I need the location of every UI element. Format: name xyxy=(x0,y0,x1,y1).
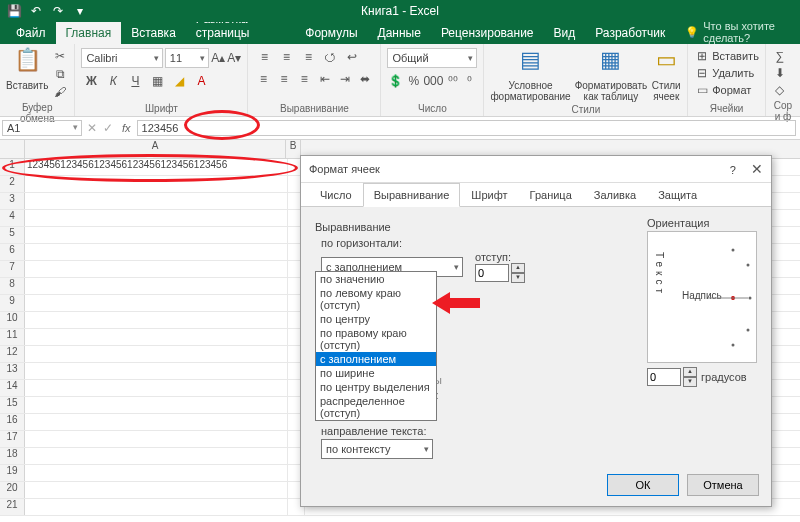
spin-down-icon[interactable]: ▼ xyxy=(683,377,697,387)
close-icon[interactable]: ✕ xyxy=(751,161,763,177)
cell[interactable] xyxy=(25,210,288,226)
cell[interactable] xyxy=(25,176,288,192)
conditional-formatting-button[interactable]: ▤Условное форматирование xyxy=(490,48,570,102)
row-header[interactable]: 2 xyxy=(0,176,25,192)
undo-icon[interactable]: ↶ xyxy=(28,3,44,19)
dlg-tab-font[interactable]: Шрифт xyxy=(460,183,518,207)
cell[interactable] xyxy=(25,346,288,362)
option-left[interactable]: по левому краю (отступ) xyxy=(316,286,436,312)
align-center-icon[interactable]: ≡ xyxy=(275,70,293,88)
row-header[interactable]: 3 xyxy=(0,193,25,209)
tab-developer[interactable]: Разработчик xyxy=(585,22,675,44)
row-header[interactable]: 11 xyxy=(0,329,25,345)
cell[interactable] xyxy=(25,431,288,447)
indent-inc-icon[interactable]: ⇥ xyxy=(336,70,354,88)
border-icon[interactable]: ▦ xyxy=(147,72,167,90)
qat-more-icon[interactable]: ▾ xyxy=(72,3,88,19)
row-header[interactable]: 18 xyxy=(0,448,25,464)
row-header[interactable]: 5 xyxy=(0,227,25,243)
decrease-font-icon[interactable]: A▾ xyxy=(227,50,241,66)
row-header[interactable]: 1 xyxy=(0,159,25,175)
enter-formula-icon[interactable]: ✓ xyxy=(100,120,116,136)
fill-color-icon[interactable]: ◢ xyxy=(169,72,189,90)
row-header[interactable]: 12 xyxy=(0,346,25,362)
direction-select[interactable]: по контексту xyxy=(321,439,433,459)
row-header[interactable]: 9 xyxy=(0,295,25,311)
option-right[interactable]: по правому краю (отступ) xyxy=(316,326,436,352)
spin-up-icon[interactable]: ▲ xyxy=(683,367,697,377)
clear-icon[interactable]: ◇ xyxy=(772,82,788,98)
cell[interactable] xyxy=(25,482,288,498)
row-header[interactable]: 16 xyxy=(0,414,25,430)
comma-icon[interactable]: 000 xyxy=(423,72,443,90)
cell[interactable] xyxy=(25,448,288,464)
dec-decimal-icon[interactable]: ⁰ xyxy=(462,72,477,90)
option-fill[interactable]: с заполнением xyxy=(316,352,436,366)
cut-icon[interactable]: ✂ xyxy=(52,48,68,64)
select-all-corner[interactable] xyxy=(0,140,25,158)
dlg-tab-align[interactable]: Выравнивание xyxy=(363,183,461,207)
inc-decimal-icon[interactable]: ⁰⁰ xyxy=(445,72,460,90)
cell[interactable] xyxy=(25,312,288,328)
option-justify[interactable]: по ширине xyxy=(316,366,436,380)
align-bottom-icon[interactable]: ≡ xyxy=(298,48,318,66)
cell[interactable] xyxy=(25,380,288,396)
spin-up-icon[interactable]: ▲ xyxy=(511,263,525,273)
row-header[interactable]: 21 xyxy=(0,499,25,515)
orientation-control[interactable]: Текст Надпись xyxy=(647,231,757,363)
col-header[interactable]: B xyxy=(286,140,301,158)
font-color-icon[interactable]: A xyxy=(191,72,211,90)
delete-cells-button[interactable]: ⊟Удалить xyxy=(694,65,759,81)
cell[interactable] xyxy=(25,227,288,243)
tab-formulas[interactable]: Формулы xyxy=(295,22,367,44)
cell-styles-button[interactable]: ▭Стили ячеек xyxy=(651,48,681,102)
spin-down-icon[interactable]: ▼ xyxy=(511,273,525,283)
tab-review[interactable]: Рецензирование xyxy=(431,22,544,44)
dlg-tab-number[interactable]: Число xyxy=(309,183,363,207)
fx-icon[interactable]: fx xyxy=(116,122,137,134)
percent-icon[interactable]: % xyxy=(406,72,421,90)
col-header[interactable]: A xyxy=(25,140,286,158)
degrees-spinner[interactable]: ▲▼ xyxy=(647,367,697,387)
indent-dec-icon[interactable]: ⇤ xyxy=(315,70,333,88)
increase-font-icon[interactable]: A▴ xyxy=(211,50,225,66)
insert-cells-button[interactable]: ⊞Вставить xyxy=(694,48,759,64)
format-cells-button[interactable]: ▭Формат xyxy=(694,82,759,98)
font-name-combo[interactable]: Calibri xyxy=(81,48,162,68)
currency-icon[interactable]: 💲 xyxy=(387,72,404,90)
dlg-tab-border[interactable]: Граница xyxy=(519,183,583,207)
align-top-icon[interactable]: ≡ xyxy=(254,48,274,66)
wrap-text-icon[interactable]: ↩ xyxy=(342,48,362,66)
save-icon[interactable]: 💾 xyxy=(6,3,22,19)
formula-input[interactable]: 123456 xyxy=(137,120,796,136)
tab-home[interactable]: Главная xyxy=(56,22,122,44)
option-center-sel[interactable]: по центру выделения xyxy=(316,380,436,394)
dlg-tab-protect[interactable]: Защита xyxy=(647,183,708,207)
indent-spinner[interactable]: ▲▼ xyxy=(475,263,525,283)
copy-icon[interactable]: ⧉ xyxy=(52,66,68,82)
row-header[interactable]: 19 xyxy=(0,465,25,481)
cell[interactable]: 123456123456123456123456123456123456 xyxy=(25,159,288,175)
degrees-input[interactable] xyxy=(647,368,681,386)
cell[interactable] xyxy=(25,465,288,481)
indent-input[interactable] xyxy=(475,264,509,282)
number-format-combo[interactable]: Общий xyxy=(387,48,477,68)
row-header[interactable]: 7 xyxy=(0,261,25,277)
tab-data[interactable]: Данные xyxy=(368,22,431,44)
cancel-button[interactable]: Отмена xyxy=(687,474,759,496)
row-header[interactable]: 20 xyxy=(0,482,25,498)
row-header[interactable]: 4 xyxy=(0,210,25,226)
bold-icon[interactable]: Ж xyxy=(81,72,101,90)
align-right-icon[interactable]: ≡ xyxy=(295,70,313,88)
row-header[interactable]: 14 xyxy=(0,380,25,396)
option-by-value[interactable]: по значению xyxy=(316,272,436,286)
italic-icon[interactable]: К xyxy=(103,72,123,90)
cell[interactable] xyxy=(25,193,288,209)
row-header[interactable]: 15 xyxy=(0,397,25,413)
name-box[interactable]: A1 xyxy=(2,120,82,136)
row-header[interactable]: 17 xyxy=(0,431,25,447)
cell[interactable] xyxy=(25,261,288,277)
cell[interactable] xyxy=(25,244,288,260)
row-header[interactable]: 10 xyxy=(0,312,25,328)
tab-view[interactable]: Вид xyxy=(544,22,586,44)
